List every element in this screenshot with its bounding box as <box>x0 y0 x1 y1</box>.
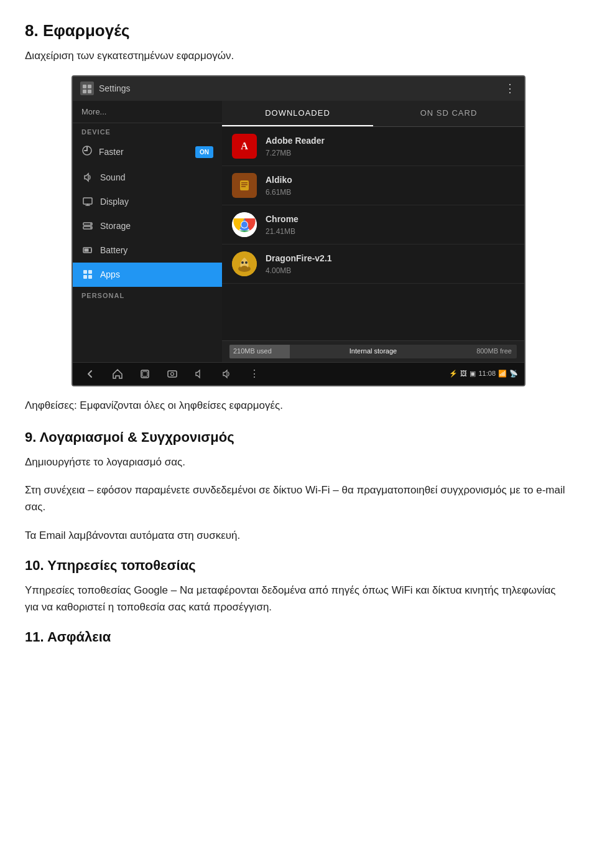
time-display: 11:08 <box>478 368 496 379</box>
screen-topbar: Settings ⋮ <box>73 77 524 101</box>
signal-icon: 📡 <box>509 368 518 379</box>
section9-body1: Δημιουργήστε το λογαριασμό σας. <box>25 454 572 470</box>
svg-rect-15 <box>83 275 87 279</box>
apps-label: Apps <box>100 268 120 281</box>
screenshot: Settings ⋮ More... DEVICE Faster ON <box>72 75 525 386</box>
menu-button[interactable]: ⋮ <box>243 365 266 383</box>
tab-onsdcard[interactable]: ON SD CARD <box>373 101 524 127</box>
svg-point-31 <box>245 261 248 264</box>
app-size-adobe: 7.27MB <box>266 147 514 159</box>
storage-internal-label: Internal storage <box>349 346 397 357</box>
svg-rect-2 <box>88 85 91 88</box>
svg-rect-34 <box>168 371 177 377</box>
section9-body2: Στη συνέχεια – εφόσον παραμένετε συνδεδε… <box>25 482 572 515</box>
svg-rect-0 <box>80 82 94 95</box>
svg-rect-14 <box>88 270 92 274</box>
svg-rect-33 <box>142 371 147 376</box>
svg-rect-12 <box>85 249 89 252</box>
chrome-icon <box>232 212 257 237</box>
sidebar-item-storage[interactable]: Storage <box>73 214 222 238</box>
sidebar-item-battery[interactable]: Battery <box>73 238 222 263</box>
screen-navbar: ⋮ ⚡ 🖼 ▣ 11:08 📶 📡 <box>73 362 524 385</box>
section9-body3: Τα Email λαμ­βάνονται αυτόματα στη συσκε… <box>25 527 572 544</box>
sidebar-more[interactable]: More... <box>73 101 222 124</box>
app-name-adobe: Adobe Reader <box>266 134 514 147</box>
svg-rect-20 <box>240 180 249 190</box>
wifi-icon: 📶 <box>498 368 507 379</box>
adobe-icon: A <box>232 134 257 159</box>
list-item[interactable]: DragonFire-v2.1 4.00MB <box>222 245 524 284</box>
chapter-title: 8. Εφαρμογές <box>25 19 572 43</box>
svg-rect-6 <box>83 198 92 204</box>
section10-body: Υπηρεσίες τοποθεσίας Google – Να μεταφέρ… <box>25 582 572 615</box>
svg-rect-22 <box>241 184 248 185</box>
screen-sidebar: More... DEVICE Faster ON <box>73 101 222 362</box>
volume-button[interactable] <box>188 365 211 383</box>
chapter-subtitle: Διαχείριση των εγκατεστημένων εφαρμογών. <box>25 48 572 64</box>
app-size-chrome: 21.41MB <box>266 226 514 237</box>
section9-title: 9. Λογαριασμοί & Συγχρονισμός <box>25 427 572 447</box>
svg-rect-13 <box>83 270 87 274</box>
sound-icon <box>81 171 94 184</box>
dots-menu-icon[interactable]: ⋮ <box>504 80 517 97</box>
sidebar-item-display[interactable]: Display <box>73 190 222 214</box>
section11-title: 11. Ασφάλεια <box>25 627 572 647</box>
tab-downloaded[interactable]: DOWNLOADED <box>222 101 373 127</box>
svg-text:A: A <box>241 141 248 151</box>
app-name-aldiko: Aldiko <box>266 174 514 187</box>
usb-icon: ⚡ <box>449 368 458 379</box>
storage-label: Storage <box>100 220 131 233</box>
recents-button[interactable] <box>134 365 156 383</box>
display-icon <box>81 195 94 208</box>
home-button[interactable] <box>106 365 129 383</box>
app-name-dragonfire: DragonFire-v2.1 <box>266 252 514 265</box>
sidebar-item-apps[interactable]: Apps <box>73 263 222 287</box>
screenshot-button[interactable] <box>161 365 183 383</box>
screen-content: DOWNLOADED ON SD CARD A Adobe Reader 7. <box>222 101 524 362</box>
content-tabs: DOWNLOADED ON SD CARD <box>222 101 524 128</box>
sidebar-item-sound[interactable]: Sound <box>73 166 222 190</box>
sound-label: Sound <box>100 171 125 184</box>
list-item[interactable]: Chrome 21.41MB <box>222 205 524 245</box>
faster-icon <box>81 145 93 160</box>
svg-point-35 <box>171 372 174 375</box>
app-info-aldiko: Aldiko 6.61MB <box>266 174 514 198</box>
settings-icon <box>80 82 94 95</box>
faster-toggle[interactable]: ON <box>195 146 213 158</box>
sidebar-item-faster[interactable]: Faster ON <box>73 139 222 166</box>
storage-used-bar: 210MB used <box>229 345 290 358</box>
storage-icon <box>81 220 94 232</box>
app-size-aldiko: 6.61MB <box>266 187 514 198</box>
svg-point-29 <box>238 266 251 272</box>
list-item[interactable]: Aldiko 6.61MB <box>222 166 524 205</box>
app-list: A Adobe Reader 7.27MB <box>222 127 524 340</box>
svg-point-30 <box>241 261 244 264</box>
apps-icon <box>81 268 94 281</box>
storage-bar: 210MB used Internal storage 800MB free <box>229 345 517 358</box>
app-name-chrome: Chrome <box>266 213 514 226</box>
list-item[interactable]: A Adobe Reader 7.27MB <box>222 127 524 166</box>
screen-body: More... DEVICE Faster ON <box>73 101 524 362</box>
svg-rect-23 <box>241 186 246 187</box>
screen-settings-label: Settings <box>99 82 131 95</box>
faster-label: Faster <box>99 146 124 159</box>
app-info-dragonfire: DragonFire-v2.1 4.00MB <box>266 252 514 276</box>
screenshot-caption: Ληφθείσες: Εμφανίζονται όλες οι ληφθείσε… <box>25 398 572 414</box>
display-label: Display <box>100 195 129 208</box>
storage-bar-container: 210MB used Internal storage 800MB free <box>222 340 524 362</box>
nav-status-icons: ⚡ 🖼 ▣ 11:08 📶 📡 <box>449 368 518 379</box>
dragonfire-icon <box>232 251 257 276</box>
svg-rect-1 <box>83 85 86 88</box>
volume-up-button[interactable] <box>216 365 238 383</box>
svg-rect-16 <box>88 275 92 279</box>
storage-free-text: 800MB free <box>476 346 512 357</box>
app-size-dragonfire: 4.00MB <box>266 265 514 276</box>
app-info-chrome: Chrome 21.41MB <box>266 213 514 237</box>
svg-point-27 <box>241 222 248 228</box>
back-button[interactable] <box>79 365 101 383</box>
battery-label: Battery <box>100 244 127 257</box>
photo-icon: 🖼 <box>460 368 467 379</box>
battery-icon <box>81 244 94 256</box>
app-info-adobe: Adobe Reader 7.27MB <box>266 134 514 159</box>
section10-title: 10. Υπηρεσίες τοποθεσίας <box>25 555 572 576</box>
